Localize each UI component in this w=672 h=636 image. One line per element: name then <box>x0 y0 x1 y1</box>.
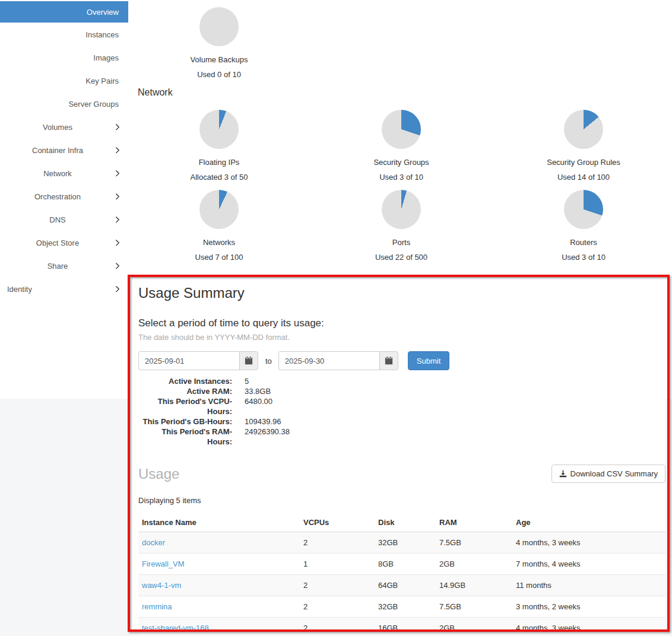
sidebar-item-instances[interactable]: Instances <box>0 23 128 46</box>
start-date-calendar-button[interactable] <box>239 351 258 370</box>
sidebar-item-label: Volumes <box>43 123 72 132</box>
cell-vcpus: 1 <box>300 554 375 575</box>
sidebar-item-label: Identity <box>7 285 32 294</box>
stat-vcpu-hours: This Period's VCPU-Hours:6480.00 <box>138 396 665 416</box>
sidebar-item-volumes[interactable]: Volumes <box>0 116 128 139</box>
instance-link[interactable]: Firewall_VM <box>142 559 185 568</box>
cell-age: 3 months, 2 weeks <box>512 596 665 618</box>
end-date-input[interactable] <box>278 351 379 370</box>
cell-ram: 14.9GB <box>436 575 512 596</box>
chevron-right-icon <box>113 123 119 130</box>
instance-link[interactable]: waw4-1-vm <box>142 581 181 590</box>
chart-caption: Used 0 of 10 <box>197 70 241 79</box>
usage-summary-section: Usage Summary Select a period of time to… <box>129 276 665 629</box>
sidebar-item-key-pairs[interactable]: Key Pairs <box>0 69 128 93</box>
sidebar-item-dns[interactable]: DNS <box>0 208 128 231</box>
sidebar-item-orchestration[interactable]: Orchestration <box>0 185 128 208</box>
stat-ram-hours: This Period's RAM-Hours:24926390.38 <box>138 427 665 447</box>
chevron-right-icon <box>113 193 119 199</box>
instance-link[interactable]: docker <box>142 538 165 547</box>
sidebar-item-label: Key Pairs <box>85 77 119 85</box>
stat-active-ram: Active RAM:33.8GB <box>138 386 665 396</box>
volume-backups-pie-chart <box>199 7 239 46</box>
sidebar-item-object-store[interactable]: Object Store <box>0 231 128 255</box>
cell-vcpus: 2 <box>300 532 375 554</box>
sidebar-item-label: Server Groups <box>68 100 119 109</box>
col-vcpus: VCPUs <box>300 513 375 532</box>
quota-chart-ports: Ports Used 22 of 500 <box>310 190 492 262</box>
cell-ram: 2GB <box>436 554 512 575</box>
sidebar-item-network[interactable]: Network <box>0 162 128 185</box>
quota-chart-routers: Routers Used 3 of 10 <box>493 190 672 262</box>
instance-link[interactable]: remmina <box>142 602 172 611</box>
end-date-group <box>278 351 398 370</box>
end-date-calendar-button[interactable] <box>379 351 398 370</box>
stat-value: 6480.00 <box>245 396 272 416</box>
ports-pie-chart <box>382 190 421 229</box>
stat-value: 24926390.38 <box>245 427 290 447</box>
sidebar-item-label: Share <box>47 262 68 271</box>
chart-label: Networks <box>203 238 235 247</box>
usage-table-header-bar: Usage Download CSV Summary <box>138 465 665 483</box>
table-row: Firewall_VM 1 8GB 2GB 7 months, 4 weeks <box>138 554 665 575</box>
security-group-rules-pie-chart <box>564 110 603 149</box>
start-date-input[interactable] <box>138 351 239 370</box>
col-disk: Disk <box>375 513 436 532</box>
cell-disk: 8GB <box>375 554 436 575</box>
date-format-hint: The date should be in YYYY-MM-DD format. <box>138 333 665 342</box>
cell-age: 4 months, 3 weeks <box>512 532 665 554</box>
table-row: docker 2 32GB 7.5GB 4 months, 3 weeks <box>138 532 665 554</box>
stat-label: This Period's VCPU-Hours: <box>138 396 232 416</box>
cell-ram: 7.5GB <box>436 596 512 618</box>
period-select-label: Select a period of time to query its usa… <box>138 317 665 329</box>
start-date-group <box>138 351 258 370</box>
chart-caption: Used 3 of 10 <box>379 173 423 182</box>
sidebar-item-label: Object Store <box>36 238 79 247</box>
stat-label: This Period's RAM-Hours: <box>138 427 232 447</box>
col-age: Age <box>512 513 665 532</box>
table-header-row: Instance Name VCPUs Disk RAM Age <box>138 513 665 532</box>
stat-value: 109439.96 <box>245 416 281 427</box>
quota-chart-security-groups: Security Groups Used 3 of 10 <box>310 110 492 182</box>
cell-disk: 32GB <box>375 532 436 554</box>
cell-vcpus: 2 <box>300 575 375 596</box>
cell-disk: 64GB <box>375 575 436 596</box>
chart-label: Security Groups <box>373 158 429 167</box>
chart-label: Floating IPs <box>199 158 240 167</box>
download-csv-button[interactable]: Download CSV Summary <box>551 465 665 483</box>
sidebar-item-identity[interactable]: Identity <box>0 278 128 301</box>
sidebar-item-overview[interactable]: Overview <box>0 1 128 23</box>
cell-vcpus: 2 <box>300 596 375 618</box>
security-groups-pie-chart <box>382 110 421 149</box>
chevron-right-icon <box>113 147 119 153</box>
sidebar-item-server-groups[interactable]: Server Groups <box>0 93 128 116</box>
chevron-right-icon <box>113 239 119 246</box>
sidebar-item-container-infra[interactable]: Container Infra <box>0 139 128 162</box>
sidebar-item-share[interactable]: Share <box>0 255 128 278</box>
sidebar-item-label: Network <box>43 169 72 178</box>
chart-caption: Used 22 of 500 <box>375 253 427 262</box>
networks-pie-chart <box>199 190 239 229</box>
usage-stats-list: Active Instances:5 Active RAM:33.8GB Thi… <box>138 376 665 447</box>
sidebar-item-label: Orchestration <box>34 192 81 201</box>
chart-label: Ports <box>392 238 410 247</box>
instance-link[interactable]: test-shared-vm-168 <box>142 624 209 632</box>
chart-caption: Used 14 of 100 <box>557 173 610 182</box>
cell-disk: 16GB <box>375 618 436 636</box>
chart-caption: Allocated 3 of 50 <box>191 173 248 182</box>
chevron-right-icon <box>113 170 119 176</box>
sidebar-item-label: Instances <box>85 30 119 39</box>
stat-value: 5 <box>245 376 249 386</box>
routers-pie-chart <box>564 190 603 229</box>
network-section-heading: Network <box>138 87 173 98</box>
col-ram: RAM <box>436 513 512 532</box>
sidebar-item-label: DNS <box>49 215 65 224</box>
chart-label: Security Group Rules <box>547 158 620 167</box>
cell-ram: 2GB <box>436 618 512 636</box>
chevron-right-icon <box>113 285 119 292</box>
cell-vcpus: 2 <box>300 618 375 636</box>
sidebar-item-images[interactable]: Images <box>0 46 128 69</box>
quota-chart-volume-backups: Volume Backups Used 0 of 10 <box>128 7 310 79</box>
download-icon <box>559 470 567 478</box>
submit-button[interactable]: Submit <box>408 351 449 370</box>
